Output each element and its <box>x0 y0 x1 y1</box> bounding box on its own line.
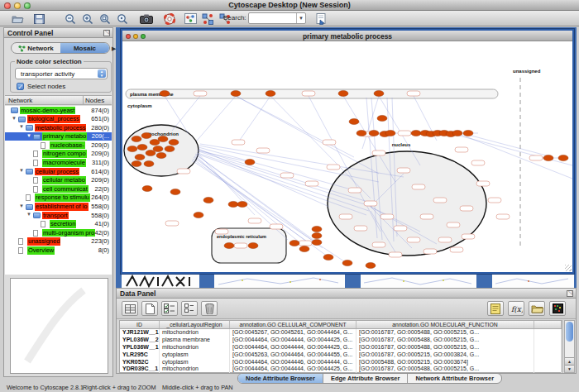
gene-node-capsule[interactable] <box>394 226 407 231</box>
gene-node[interactable] <box>132 136 141 141</box>
column-header-filler[interactable] <box>534 321 562 328</box>
zoom-out-icon[interactable] <box>63 12 77 26</box>
gene-node[interactable] <box>237 201 247 207</box>
tab-network-attribute-browser[interactable]: Network Attribute Browser <box>408 374 501 383</box>
gene-node-capsule[interactable] <box>455 147 468 152</box>
gene-node[interactable] <box>169 139 179 145</box>
tab-mosaic[interactable]: Mosaic <box>60 43 109 53</box>
tree-row[interactable]: nitrogen compo209(0) <box>5 150 112 159</box>
edge[interactable] <box>468 135 553 157</box>
gene-node-capsule[interactable] <box>232 140 245 145</box>
zoom-in-icon[interactable] <box>80 12 94 26</box>
gene-node-capsule[interactable] <box>496 214 510 219</box>
table-grid-icon[interactable] <box>122 301 138 316</box>
gene-node-capsule[interactable] <box>412 184 425 189</box>
gene-node[interactable] <box>170 189 180 194</box>
gene-node[interactable] <box>203 197 213 203</box>
birdseye-view-panel[interactable] <box>10 278 108 374</box>
table-row[interactable]: YJR121W__1mitochondrion[GO:0045267, GO:0… <box>120 329 562 337</box>
tree-row[interactable]: ▼biological_process651(0) <box>5 115 112 124</box>
matrix-view-icon[interactable] <box>549 301 566 316</box>
gene-node[interactable] <box>299 246 309 251</box>
expander-icon[interactable]: ▼ <box>19 168 24 173</box>
zoom-selected-icon[interactable] <box>98 12 112 26</box>
gene-node-capsule[interactable] <box>380 214 394 219</box>
zoom-fit-icon[interactable] <box>115 12 129 26</box>
gene-node-capsule[interactable] <box>327 165 340 170</box>
gene-node-capsule[interactable] <box>488 198 501 203</box>
background-window-fragment[interactable] <box>361 274 476 288</box>
tab-network[interactable]: Network <box>12 43 60 53</box>
gene-node-capsule[interactable] <box>423 249 437 254</box>
background-window-fragment[interactable] <box>492 274 574 288</box>
gene-node-capsule[interactable] <box>299 241 312 246</box>
column-header[interactable]: ID <box>120 321 160 328</box>
network-window-titlebar[interactable]: primary metabolic process <box>122 31 572 41</box>
expander-icon[interactable]: ▼ <box>26 212 31 217</box>
expander-icon[interactable]: ▼ <box>12 116 17 121</box>
gene-node[interactable] <box>369 130 379 136</box>
gene-node[interactable] <box>411 130 421 136</box>
gene-node-capsule[interactable] <box>270 224 283 229</box>
gene-node[interactable] <box>142 185 152 191</box>
gene-node[interactable] <box>312 239 322 245</box>
open-folder-icon[interactable] <box>11 12 25 26</box>
gene-node-capsule[interactable] <box>305 181 318 186</box>
gene-node[interactable] <box>452 130 462 136</box>
tree-row[interactable]: Overview8(0) <box>5 246 112 256</box>
edge[interactable] <box>197 96 236 141</box>
gene-node-capsule[interactable] <box>248 218 261 223</box>
gene-node-capsule[interactable] <box>398 131 411 136</box>
formula-fx-icon[interactable]: f(x) <box>508 301 524 316</box>
gene-node-capsule[interactable] <box>354 226 367 231</box>
network-canvas[interactable]: plasma membrane cytoplasm mitochondrion … <box>122 41 572 272</box>
table-scrollbar[interactable]: ▲ ▼ <box>564 320 575 373</box>
tree-row[interactable]: ▼primary metabo209(... <box>5 132 112 141</box>
gene-node-capsule[interactable] <box>348 188 361 193</box>
edge[interactable] <box>462 135 572 179</box>
edge[interactable] <box>172 96 200 131</box>
gene-node-capsule[interactable] <box>471 160 485 165</box>
gene-node-capsule[interactable] <box>280 173 294 178</box>
resize-grip[interactable] <box>565 265 572 271</box>
expander-icon[interactable]: ▼ <box>19 124 24 129</box>
gene-node[interactable] <box>144 160 154 166</box>
gene-node[interactable] <box>385 130 395 136</box>
float-panel-icon[interactable] <box>567 290 573 297</box>
column-header[interactable]: annotation.GO CELLULAR_COMPONENT <box>230 321 356 328</box>
gene-node[interactable] <box>146 150 156 155</box>
tree-row[interactable]: secretion41(0) <box>5 220 112 229</box>
background-window-fragment[interactable] <box>214 274 345 288</box>
gene-node[interactable] <box>141 132 151 138</box>
new-document-icon[interactable] <box>141 301 158 316</box>
gene-node[interactable] <box>245 159 255 165</box>
gene-node-capsule[interactable] <box>397 168 410 173</box>
gene-node-capsule[interactable] <box>389 252 402 257</box>
gene-node[interactable] <box>266 90 275 96</box>
gene-node[interactable] <box>231 90 241 96</box>
tree-row[interactable]: multi-organism pro42(0) <box>5 228 112 237</box>
float-panel-icon[interactable] <box>103 30 110 36</box>
tree-row[interactable]: cellular metabo209(0) <box>5 176 112 185</box>
gene-node[interactable] <box>224 242 234 248</box>
tree-row[interactable]: cell communicat22(0) <box>5 184 112 194</box>
import-table-icon[interactable] <box>314 12 328 26</box>
edge[interactable] <box>270 96 371 198</box>
gene-node[interactable] <box>366 262 376 268</box>
gene-node[interactable] <box>228 201 238 207</box>
gene-node[interactable] <box>150 139 160 145</box>
gene-node-capsule[interactable] <box>194 91 207 96</box>
select-nodes-checkbox[interactable]: ✓ Select nodes <box>17 83 108 92</box>
gene-node-capsule[interactable] <box>476 181 490 186</box>
gene-node[interactable] <box>543 155 553 160</box>
table-row[interactable]: YLR295Ccytoplasm[GO:0045263, GO:0044464,… <box>120 351 562 359</box>
gene-node[interactable] <box>290 240 299 246</box>
gene-node[interactable] <box>374 90 384 96</box>
search-dropdown-icon[interactable]: ▼ <box>296 13 305 23</box>
tree-row[interactable]: ▼establishment of lo558(0) <box>5 203 112 212</box>
table-row[interactable]: YPL036W__1mitochondrion[GO:0044464, GO:0… <box>120 344 562 351</box>
tree-row[interactable]: macromolecule311(0) <box>5 159 112 168</box>
gene-node[interactable] <box>194 212 203 218</box>
gene-node-capsule[interactable] <box>438 237 452 242</box>
gene-node[interactable] <box>558 155 568 160</box>
